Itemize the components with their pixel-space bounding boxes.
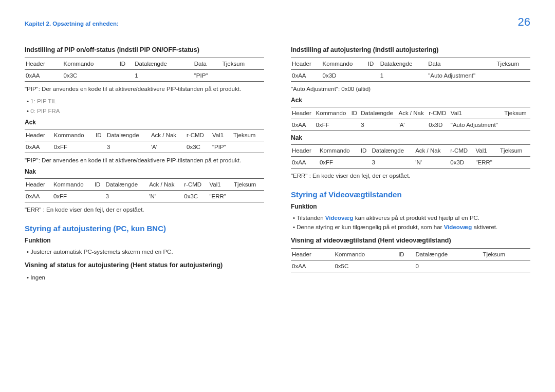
page-number: 26 — [518, 15, 530, 29]
th: Ack / Nak — [398, 107, 428, 119]
th: Header — [25, 129, 53, 141]
th: Datalængde — [104, 179, 148, 191]
top-bar: Kapitel 2. Opsætning af enheden: 26 — [25, 15, 530, 29]
section-heading: Indstilling af autojustering (Indstil au… — [291, 46, 530, 53]
td: 0xFF — [53, 141, 95, 153]
td: 0 — [415, 260, 482, 272]
td: 0xFF — [52, 191, 94, 202]
ack-heading: Ack — [291, 97, 530, 104]
th: Datalængde — [360, 107, 397, 119]
td: "Auto Adjustment" — [450, 119, 503, 131]
td: 0x3C — [186, 141, 211, 153]
th: r-CMD — [428, 107, 449, 119]
td: "PIP" — [193, 70, 221, 82]
list-item: 0: PIP FRA — [27, 106, 264, 116]
td: 0x3D — [449, 157, 474, 169]
th: Tjeksum — [233, 179, 264, 191]
td — [496, 70, 530, 82]
td — [221, 70, 264, 82]
pip-nak-table: Header Kommando ID Datalængde Ack / Nak … — [25, 178, 264, 202]
bullet-list: Tilstanden Videovæg kan aktiveres på et … — [291, 213, 530, 232]
th: Data — [427, 58, 495, 70]
th: Ack / Nak — [414, 145, 449, 157]
td — [232, 141, 264, 153]
bullet-list: 1: PIP TIL 0: PIP FRA — [25, 97, 264, 116]
list-item: 1: PIP TIL — [27, 97, 264, 106]
th: ID — [94, 179, 105, 191]
td: 3 — [104, 191, 148, 202]
section-heading-blue: Styring af Videovægtilstanden — [291, 190, 530, 199]
auto-nak-table: Header Kommando ID Datalængde Ack / Nak … — [291, 144, 530, 169]
th: Tjeksum — [482, 249, 530, 260]
td: 3 — [371, 157, 414, 169]
list-item: Tilstanden Videovæg kan aktiveres på et … — [293, 213, 530, 222]
th: Tjeksum — [221, 58, 264, 70]
td: 0x3D — [428, 119, 449, 131]
td: 0xAA — [291, 70, 322, 82]
th: Val1 — [474, 145, 498, 157]
bullet-list: Ingen — [25, 273, 264, 282]
th: Kommando — [52, 179, 94, 191]
subsection-heading: Visning af videovægtilstand (Hent videov… — [291, 237, 530, 244]
text: kan aktiveres på et produkt ved hjælp af… — [354, 215, 479, 221]
td — [94, 191, 105, 202]
inline-link[interactable]: Videovæg — [325, 215, 354, 221]
td: 0xAA — [291, 260, 334, 272]
content-columns: Indstilling af PIP on/off-status (indsti… — [25, 43, 530, 284]
text: aktiveret. — [472, 224, 497, 230]
pip-ack-table: Header Kommando ID Datalængde Ack / Nak … — [25, 129, 264, 153]
td: 0x5C — [334, 260, 397, 272]
th: Val1 — [450, 107, 503, 119]
td — [360, 157, 371, 169]
subsection-heading: Visning af status for autojustering (Hen… — [25, 262, 264, 269]
td — [367, 70, 379, 82]
auto-ack-table: Header Kommando ID Datalængde Ack / Nak … — [291, 107, 530, 131]
td — [95, 141, 106, 153]
inline-link[interactable]: Videovæg — [444, 224, 472, 230]
td: 0xAA — [25, 141, 53, 153]
bullet-list: Justerer automatisk PC-systemets skærm m… — [25, 247, 264, 256]
td: 3 — [106, 141, 150, 153]
td: 1 — [134, 70, 193, 82]
function-heading: Funktion — [291, 203, 530, 210]
ack-heading: Ack — [25, 119, 264, 126]
breadcrumb: Kapitel 2. Opsætning af enheden: — [25, 21, 119, 27]
th: Kommando — [63, 58, 119, 70]
th: Val1 — [208, 179, 232, 191]
th: Ack / Nak — [148, 179, 183, 191]
td: 0x3C — [183, 191, 208, 202]
th: Kommando — [315, 107, 350, 119]
td: "ERR" — [208, 191, 232, 202]
th: Kommando — [53, 129, 95, 141]
th: Datalængde — [106, 129, 150, 141]
note: "ERR" : En kode viser den fejl, der er o… — [25, 206, 264, 214]
th: r-CMD — [449, 145, 474, 157]
td: "ERR" — [474, 157, 498, 169]
td: 0xAA — [25, 70, 63, 82]
right-column: Indstilling af autojustering (Indstil au… — [291, 43, 530, 284]
td — [499, 157, 530, 169]
td: 0xFF — [315, 119, 350, 131]
td — [350, 119, 360, 131]
th: Datalængde — [371, 145, 414, 157]
td: 0x3D — [322, 70, 367, 82]
pip-set-table: Header Kommando ID Datalængde Data Tjeks… — [25, 58, 264, 82]
td — [233, 191, 264, 202]
th: ID — [350, 107, 360, 119]
list-item: Denne styring er kun tilgængelig på et p… — [293, 222, 530, 232]
td: 1 — [379, 70, 428, 82]
th: r-CMD — [186, 129, 211, 141]
note: "PIP": Der anvendes en kode til at aktiv… — [25, 85, 264, 94]
videowall-get-table: Header Kommando ID Datalængde Tjeksum 0x… — [291, 248, 530, 272]
th: Header — [291, 249, 334, 260]
td: 0xAA — [25, 191, 52, 202]
th: Datalængde — [415, 249, 482, 260]
section-heading: Indstilling af PIP on/off-status (indsti… — [25, 46, 264, 53]
td: 3 — [360, 119, 397, 131]
th: Val1 — [211, 129, 232, 141]
auto-set-table: Header Kommando ID Datalængde Data Tjeks… — [291, 58, 530, 82]
page: Kapitel 2. Opsætning af enheden: 26 Inds… — [0, 0, 555, 294]
list-item: Justerer automatisk PC-systemets skærm m… — [27, 247, 264, 256]
th: Ack / Nak — [150, 129, 186, 141]
th: ID — [119, 58, 134, 70]
